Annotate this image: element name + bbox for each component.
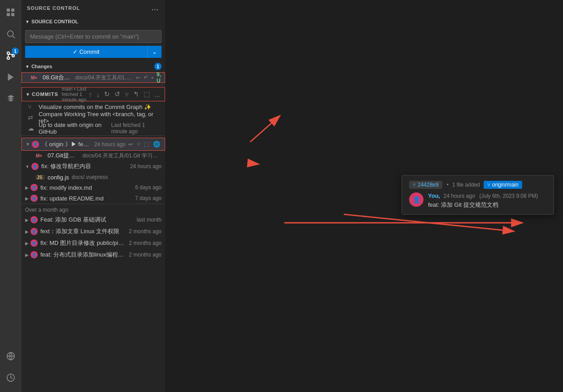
commit-avatar-2: 👤: [31, 184, 38, 191]
commits-more-icon[interactable]: ...: [153, 90, 161, 99]
sidebar-header: SOURCE CONTROL ...: [22, 0, 165, 16]
over-month-label: Over a month ago: [22, 204, 165, 214]
commit-message-2: fix: modify index.md: [40, 184, 132, 191]
source-control-subheader[interactable]: ▼ SOURCE CONTROL: [22, 16, 165, 27]
commits-section-header: ▼ COMMITS main • Last fetched 1 minute a…: [22, 87, 165, 101]
changes-section-header[interactable]: ▼ Changes 1: [22, 61, 165, 72]
commit-item-0[interactable]: ▼ 👤 《 origin 》▶ feat: 添加 Git 提交规范文档 24 h…: [22, 138, 165, 151]
push-icon[interactable]: ↑: [87, 90, 93, 99]
popup-header: ⑂ 24428e9 • 1 file added ⑂ origin/main: [409, 181, 546, 189]
commit-expand-icon-2: ▶: [25, 185, 29, 190]
commit-item-older-1[interactable]: ▶ 👤 fext：添加文章 Linux 文件权限 2 months ago: [22, 226, 165, 237]
sidebar-header-left: SOURCE CONTROL: [27, 5, 80, 11]
source-control-badge: 1: [12, 48, 19, 55]
svg-line-15: [344, 214, 514, 231]
commit-time-older-1: 2 months ago: [129, 228, 161, 235]
commit-message-older-3: feat: 分布式目录添加linux编程子目录: [40, 251, 126, 259]
unstage-icon[interactable]: ↶: [143, 74, 148, 82]
up-to-date-time: Last fetched 1 minute ago: [111, 122, 161, 135]
commit-expand-icon-older-0: ▶: [25, 218, 29, 222]
commits-actions: ↑ ↓ ↻ ↺ ⑂ ↰ ⬚ ...: [87, 89, 161, 99]
file-status: 9, U: [157, 71, 161, 84]
main-content: ⑂ 24428e9 • 1 file added ⑂ origin/main 👤…: [165, 0, 563, 392]
file-actions: ↩ ↶ + 9, U: [135, 71, 161, 84]
commit-file-row-0[interactable]: M+ 07.Git提交规范.md docs/04.开发工具/01.Git 学习笔…: [22, 151, 165, 161]
commit-avatar-3: 👤: [31, 195, 38, 202]
sidebar: SOURCE CONTROL ... ▼ SOURCE CONTROL ✓ Co…: [22, 0, 165, 392]
commit-btn-arrow[interactable]: ⌄: [147, 46, 161, 58]
popup-commit-msg: feat: 添加 Git 提交规范文档: [428, 201, 538, 209]
source-control-icon[interactable]: 1: [0, 45, 22, 66]
remote-icon[interactable]: [0, 345, 22, 367]
section-divider: [22, 85, 165, 85]
undo-icon[interactable]: ↺: [113, 89, 121, 99]
commit-item-older-0[interactable]: ▶ 👤 Feat: 添加 GDB 基础调试 last month: [22, 214, 165, 226]
commit-copy-btn[interactable]: ⬚: [143, 140, 150, 148]
changes-label: Changes: [31, 64, 154, 69]
commit-file-name-1: config.js: [48, 174, 69, 181]
commits-branch: main • Last fetched 1 minute ago: [62, 87, 88, 102]
svg-marker-9: [8, 74, 14, 81]
commit-time-2: 6 days ago: [135, 184, 161, 191]
popup-author-row: 👤 You, 24 hours ago (July 6th, 2023 9:08…: [409, 192, 546, 209]
commit-button[interactable]: ✓ Commit: [25, 46, 147, 58]
commit-btn-row: ✓ Commit ⌄: [25, 46, 161, 58]
file-modified-icon: M+: [31, 75, 40, 80]
up-to-date-row[interactable]: ☁ Up to date with origin on GitHub Last …: [22, 123, 165, 134]
popup-author-date: (July 6th, 2023 9:08 PM): [480, 193, 538, 199]
commit-file-icon-1: JS: [36, 175, 45, 180]
visualize-label: Visualize commits on the Commit Graph ✨: [39, 104, 151, 110]
commit-branch-btn[interactable]: ⑂: [136, 140, 141, 148]
commit-globe-btn[interactable]: 🌐: [152, 140, 161, 148]
popup-author-line: You, 24 hours ago (July 6th, 2023 9:08 P…: [428, 192, 538, 199]
commit-file-row-1[interactable]: JS config.js docs/.vuepress: [22, 172, 165, 182]
changed-file-row[interactable]: M+ 08.Git合并多个提交.md docs/04.开发工具/01.Git 学…: [22, 72, 165, 83]
commit-item-2[interactable]: ▶ 👤 fix: modify index.md 6 days ago: [22, 182, 165, 193]
svg-line-5: [13, 36, 15, 38]
commit-item-older-3[interactable]: ▶ 👤 feat: 分布式目录添加linux编程子目录 2 months ago: [22, 249, 165, 261]
commits-chevron-icon: ▼: [26, 92, 30, 97]
stage-icon[interactable]: +: [150, 74, 155, 81]
svg-rect-1: [7, 13, 10, 16]
visualize-icon: ⑂: [28, 103, 36, 110]
commit-avatar-older-3: 👤: [31, 251, 38, 258]
commit-time-older-0: last month: [137, 217, 161, 223]
commit-message-input[interactable]: [25, 30, 161, 43]
explorer-icon[interactable]: [0, 2, 22, 23]
sc-input-section: ✓ Commit ⌄: [22, 27, 165, 61]
more-actions-button[interactable]: ...: [151, 3, 160, 13]
commits-divider: [22, 135, 165, 136]
extensions-icon[interactable]: [0, 88, 22, 109]
git-history-icon[interactable]: [0, 367, 22, 388]
search-icon[interactable]: [0, 23, 22, 45]
commit-item-3[interactable]: ▶ 👤 fix: update README.md 7 days ago: [22, 193, 165, 204]
svg-point-7: [7, 57, 10, 60]
commit-item-1[interactable]: ▼ 👤 fix: 修改导航栏内容 24 hours ago: [22, 161, 165, 172]
popup-branch-name: origin/main: [492, 182, 519, 188]
changes-badge: 1: [154, 63, 161, 70]
commit-expand-icon-0: ▼: [26, 142, 30, 147]
commits-label: COMMITS: [32, 91, 58, 97]
commits-section: ▼ COMMITS main • Last fetched 1 minute a…: [22, 87, 165, 392]
commit-avatar-1: 👤: [31, 163, 39, 170]
commit-file-path-0: docs/04.开发工具/01.Git 学习笔记/10.Git 常用技巧: [83, 152, 161, 160]
commit-undo-btn[interactable]: ↩: [127, 140, 134, 148]
popup-author-time: 24 hours ago: [444, 193, 475, 199]
commit-popup: ⑂ 24428e9 • 1 file added ⑂ origin/main 👤…: [402, 175, 554, 215]
changed-file-name: 08.Git合并多个提交.md: [43, 74, 73, 82]
discard-icon[interactable]: ↩: [135, 74, 141, 82]
sync-icon[interactable]: ↻: [103, 89, 111, 99]
popup-branch: ⑂ origin/main: [484, 181, 522, 189]
svg-rect-2: [11, 9, 14, 12]
commit-expand-icon-older-1: ▶: [25, 229, 29, 234]
pull-icon[interactable]: ↓: [96, 90, 101, 99]
commit-item-older-2[interactable]: ▶ 👤 fix: MD 图片目录修改 public/picture 2 mont…: [22, 237, 165, 249]
run-icon[interactable]: [0, 66, 22, 88]
rebase-icon[interactable]: ↰: [132, 89, 140, 99]
stash-icon[interactable]: ⬚: [143, 89, 151, 99]
changes-chevron-icon: ▼: [25, 64, 30, 69]
branch-icon[interactable]: ⑂: [124, 90, 130, 99]
up-to-date-label: Up to date with origin on GitHub: [39, 122, 106, 135]
commit-message-3: fix: update README.md: [40, 195, 132, 202]
commit-actions-0: ↩ ⑂ ⬚ 🌐: [127, 140, 161, 148]
